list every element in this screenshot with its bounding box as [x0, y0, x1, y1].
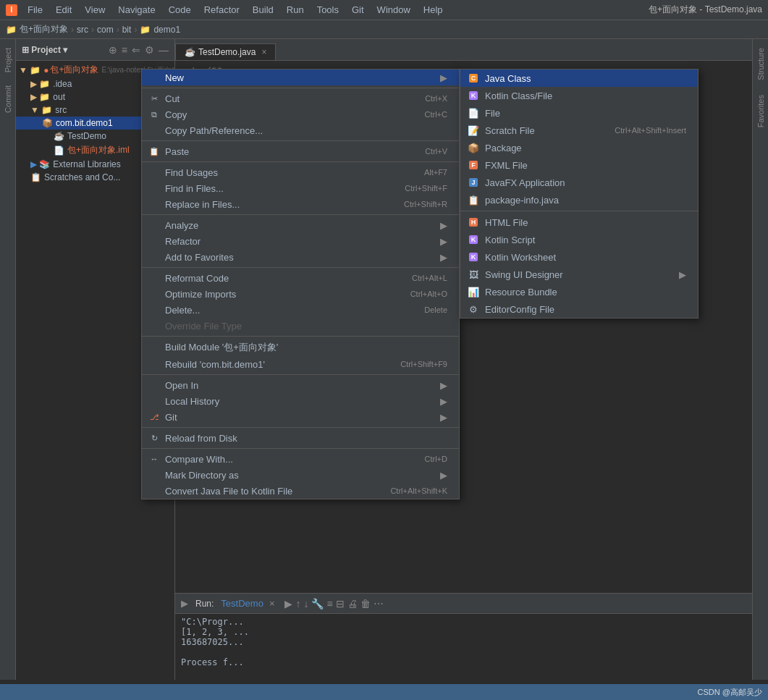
cm-item-reformat[interactable]: Reformat Code Ctrl+Alt+L — [142, 270, 459, 286]
sm-item-package[interactable]: 📦 Package — [460, 139, 698, 156]
cm-refactor-arrow-icon: ▶ — [440, 236, 447, 247]
run-more-icon[interactable]: ⋯ — [374, 598, 384, 610]
menu-refactor[interactable]: Refactor — [198, 3, 245, 17]
sm-item-html[interactable]: H HTML File — [460, 214, 698, 231]
cm-item-replace[interactable]: Replace in Files... Ctrl+Shift+R — [142, 196, 459, 212]
menu-file[interactable]: File — [22, 3, 48, 17]
cm-item-git[interactable]: ⎇ Git ▶ — [142, 409, 459, 425]
cm-item-reload[interactable]: ↻ Reload from Disk — [142, 430, 459, 446]
run-tab-close[interactable]: × — [269, 598, 275, 609]
bottom-bar-info: CSDN @高邮吴少 — [698, 687, 762, 698]
run-label: Run: — [195, 599, 214, 609]
run-list-icon[interactable]: ≡ — [326, 598, 332, 610]
sm-item-resource-bundle[interactable]: 📊 Resource Bundle — [460, 283, 698, 300]
cm-item-optimize[interactable]: Optimize Imports Ctrl+Alt+O — [142, 286, 459, 302]
menu-navigate[interactable]: Navigate — [112, 3, 161, 17]
cm-new-label: New — [165, 72, 434, 83]
toolbar-settings-icon[interactable]: ⚙ — [145, 44, 154, 56]
breadcrumb-item-2[interactable]: com — [97, 25, 114, 35]
cm-item-refactor[interactable]: Refactor ▶ — [142, 233, 459, 249]
menu-run[interactable]: Run — [281, 3, 310, 17]
cm-item-rebuild[interactable]: Rebuild 'com.bit.demo1' Ctrl+Shift+F9 — [142, 356, 459, 372]
sm-item-package-info[interactable]: 📋 package-info.java — [460, 191, 698, 208]
cm-item-convert-kotlin[interactable]: Convert Java File to Kotlin File Ctrl+Al… — [142, 483, 459, 499]
cm-item-delete[interactable]: Delete... Delete — [142, 302, 459, 318]
cm-replace-icon — [148, 198, 161, 210]
project-panel-title: ⊞ Project ▾ — [22, 45, 104, 55]
menu-edit[interactable]: Edit — [50, 3, 77, 17]
sm-item-java-class[interactable]: C Java Class — [460, 69, 698, 87]
right-tab-favorites[interactable]: Favorites — [755, 89, 767, 133]
sm-item-swing-ui[interactable]: 🖼 Swing UI Designer ▶ — [460, 266, 698, 283]
run-down-icon[interactable]: ↓ — [303, 598, 308, 610]
editor-tab-testdemo[interactable]: ☕ TestDemo.java × — [175, 43, 276, 60]
breadcrumb-folder-icon: 📁 — [6, 25, 17, 35]
sm-item-editor-config[interactable]: ⚙ EditorConfig File — [460, 300, 698, 318]
cm-mark-dir-label: Mark Directory as — [165, 470, 434, 481]
breadcrumb-item-4[interactable]: demo1 — [153, 25, 180, 35]
sm-item-fxml[interactable]: F FXML File — [460, 156, 698, 174]
cm-item-local-history[interactable]: Local History ▶ — [142, 393, 459, 409]
cm-reload-icon: ↻ — [148, 432, 161, 444]
sm-item-javafx[interactable]: J JavaFX Application — [460, 174, 698, 191]
menu-view[interactable]: View — [79, 3, 111, 17]
sm-kotlin-script-icon: K — [466, 234, 481, 245]
run-line-3: 163687025... — [181, 637, 746, 647]
run-print-icon[interactable]: 🖨 — [347, 598, 358, 610]
run-wrench-icon[interactable]: 🔧 — [311, 598, 324, 610]
cm-sep-5 — [142, 267, 459, 268]
cm-item-build-module[interactable]: Build Module '包+面向对象' — [142, 339, 459, 356]
cm-item-copy[interactable]: ⧉ Copy Ctrl+C — [142, 106, 459, 122]
menu-build[interactable]: Build — [247, 3, 279, 17]
right-tab-structure[interactable]: Structure — [755, 42, 767, 86]
run-tab-label[interactable]: TestDemo — [221, 598, 263, 609]
left-tab-commit[interactable]: Commit — [2, 80, 14, 119]
menu-window[interactable]: Window — [371, 3, 416, 17]
toolbar-minimize-icon[interactable]: — — [159, 44, 169, 56]
cm-item-new[interactable]: New ▶ — [142, 69, 459, 85]
run-filter-icon[interactable]: ⊟ — [336, 598, 345, 610]
cm-local-history-arrow-icon: ▶ — [440, 396, 447, 407]
left-tab-project[interactable]: Project — [2, 42, 14, 78]
sm-item-kotlin-class[interactable]: K Kotlin Class/File — [460, 87, 698, 104]
sm-item-file[interactable]: 📄 File — [460, 104, 698, 122]
cm-item-copy-path[interactable]: Copy Path/Reference... — [142, 122, 459, 138]
toolbar-collapse-icon[interactable]: ⇐ — [132, 44, 140, 56]
sm-javafx-icon: J — [466, 177, 481, 188]
run-trash-icon[interactable]: 🗑 — [360, 598, 371, 610]
cm-item-mark-directory[interactable]: Mark Directory as ▶ — [142, 467, 459, 483]
cm-item-favorites[interactable]: Add to Favorites ▶ — [142, 249, 459, 265]
breadcrumb-item-0[interactable]: 包+面向对象 — [20, 23, 68, 35]
run-play-icon[interactable]: ▶ — [284, 598, 292, 610]
cm-item-compare[interactable]: ↔ Compare With... Ctrl+D — [142, 451, 459, 467]
cm-item-find-in-files[interactable]: Find in Files... Ctrl+Shift+F — [142, 180, 459, 196]
sm-item-scratch-file[interactable]: 📝 Scratch File Ctrl+Alt+Shift+Insert — [460, 122, 698, 139]
menu-help[interactable]: Help — [418, 3, 449, 17]
cm-mark-dir-arrow-icon: ▶ — [440, 470, 447, 481]
sm-kotlin-worksheet-label: Kotlin Worksheet — [485, 252, 556, 263]
cm-open-in-label: Open In — [165, 380, 434, 391]
cm-copy-icon: ⧉ — [148, 109, 161, 120]
menu-git[interactable]: Git — [346, 3, 370, 17]
tab-icon: ☕ — [185, 47, 195, 57]
cm-sep-3 — [142, 161, 459, 162]
run-up-icon[interactable]: ↑ — [295, 598, 300, 610]
cm-item-paste[interactable]: 📋 Paste Ctrl+V — [142, 143, 459, 159]
menu-tools[interactable]: Tools — [311, 3, 345, 17]
cm-reload-label: Reload from Disk — [165, 433, 447, 444]
toolbar-add-icon[interactable]: ⊕ — [109, 44, 117, 56]
breadcrumb-item-3[interactable]: bit — [122, 25, 132, 35]
tab-close-icon[interactable]: × — [261, 47, 266, 57]
cm-item-analyze[interactable]: Analyze ▶ — [142, 217, 459, 233]
menu-code[interactable]: Code — [163, 3, 197, 17]
cm-item-cut[interactable]: ✂ Cut Ctrl+X — [142, 90, 459, 106]
cm-delete-shortcut: Delete — [424, 305, 447, 314]
cm-item-open-in[interactable]: Open In ▶ — [142, 377, 459, 393]
cm-item-find-usages[interactable]: Find Usages Alt+F7 — [142, 164, 459, 180]
toolbar-list-icon[interactable]: ≡ — [122, 44, 127, 56]
cm-delete-label: Delete... — [165, 305, 410, 316]
sm-item-kotlin-worksheet[interactable]: K Kotlin Worksheet — [460, 248, 698, 266]
run-line-4 — [181, 647, 746, 657]
sm-item-kotlin-script[interactable]: K Kotlin Script — [460, 231, 698, 248]
breadcrumb-item-1[interactable]: src — [77, 25, 88, 35]
